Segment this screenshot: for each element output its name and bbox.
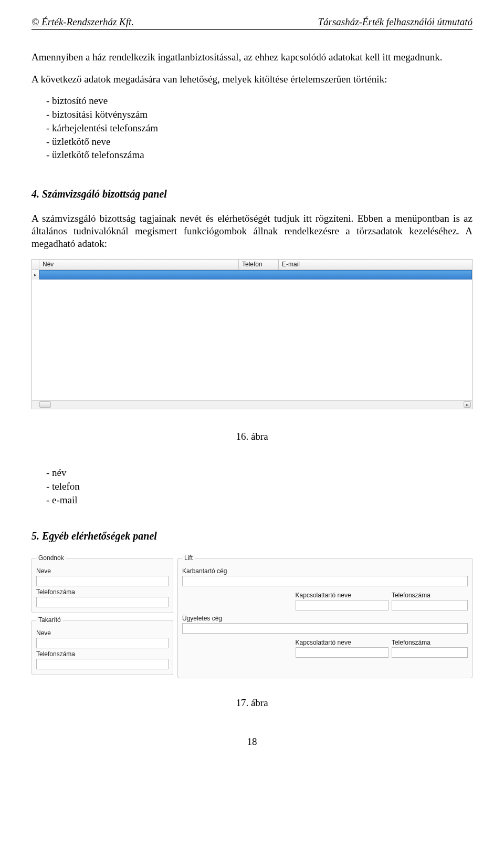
section-4-body: A számvizsgáló bizottság tagjainak nevét… bbox=[32, 212, 472, 250]
header-left: © Érték-Rendszerház Kft. bbox=[32, 16, 134, 28]
takarito-phone-input[interactable] bbox=[36, 659, 169, 669]
gondnok-name-input[interactable] bbox=[36, 576, 169, 586]
intro-paragraph-1: Amennyiben a ház rendelkezik ingatlanbiz… bbox=[32, 51, 472, 64]
lift-oncall-input[interactable] bbox=[182, 623, 468, 634]
row-indicator-icon: ▸ bbox=[32, 270, 39, 279]
committee-fields-list: név telefon e-mail bbox=[46, 467, 472, 506]
section-5-title: 5. Egyéb elérhetőségek panel bbox=[32, 530, 472, 543]
takarito-name-label: Neve bbox=[36, 629, 169, 637]
audit-committee-grid-screenshot: Név Telefon E-mail ▸ ▸ bbox=[32, 259, 472, 409]
gondnok-phone-input[interactable] bbox=[36, 597, 169, 607]
grid-column-header-name[interactable]: Név bbox=[39, 260, 239, 270]
gondnok-phone-label: Telefonszáma bbox=[36, 588, 169, 596]
takarito-phone-label: Telefonszáma bbox=[36, 650, 169, 658]
takarito-legend: Takarító bbox=[36, 616, 63, 624]
grid-empty-area bbox=[32, 279, 472, 400]
other-contacts-form-screenshot: Gondnok Neve Telefonszáma Takarító Neve … bbox=[32, 554, 472, 678]
lift-contact-input-1[interactable] bbox=[296, 600, 388, 610]
lift-contact-label-1: Kapcsolattartó neve bbox=[296, 592, 388, 599]
list-item: biztosítási kötvényszám bbox=[46, 108, 472, 121]
page-header: © Érték-Rendszerház Kft. Társasház-Érték… bbox=[32, 16, 472, 30]
lift-oncall-label: Ügyeletes cég bbox=[182, 615, 468, 623]
lift-maintainer-input[interactable] bbox=[182, 576, 468, 586]
grid-column-header-email[interactable]: E-mail bbox=[279, 260, 472, 270]
takarito-name-input[interactable] bbox=[36, 638, 169, 648]
figure-17-caption: 17. ábra bbox=[32, 697, 472, 709]
scrollbar-right-arrow-icon[interactable]: ▸ bbox=[464, 401, 471, 408]
page-number: 18 bbox=[32, 736, 472, 748]
gondnok-group: Gondnok Neve Telefonszáma bbox=[32, 554, 173, 613]
header-right: Társasház-Érték felhasználói útmutató bbox=[318, 16, 472, 28]
figure-16-caption: 16. ábra bbox=[32, 430, 472, 443]
grid-selected-cell[interactable] bbox=[39, 270, 472, 279]
lift-phone-label-1: Telefonszáma bbox=[392, 592, 468, 599]
lift-phone-input-2[interactable] bbox=[392, 647, 468, 658]
lift-group: Lift Karbantartó cég Kapcsolattartó neve… bbox=[177, 554, 472, 678]
insurance-fields-list: biztosító neve biztosítási kötvényszám k… bbox=[46, 95, 472, 161]
list-item: biztosító neve bbox=[46, 95, 472, 107]
grid-horizontal-scrollbar[interactable]: ▸ bbox=[32, 400, 472, 409]
gondnok-name-label: Neve bbox=[36, 567, 169, 575]
takarito-group: Takarító Neve Telefonszáma bbox=[32, 616, 173, 675]
lift-maintainer-label: Karbantartó cég bbox=[182, 567, 468, 575]
section-4-title: 4. Számvizsgáló bizottság panel bbox=[32, 188, 472, 201]
list-item: név bbox=[46, 467, 472, 479]
lift-contact-input-2[interactable] bbox=[296, 647, 388, 658]
list-item: telefon bbox=[46, 480, 472, 493]
lift-phone-label-2: Telefonszáma bbox=[392, 639, 468, 647]
lift-contact-label-2: Kapcsolattartó neve bbox=[296, 639, 388, 647]
scrollbar-thumb[interactable] bbox=[39, 401, 51, 408]
list-item: e-mail bbox=[46, 494, 472, 506]
grid-active-row[interactable]: ▸ bbox=[32, 270, 472, 279]
list-item: kárbejelentési telefonszám bbox=[46, 122, 472, 134]
list-item: üzletkötő neve bbox=[46, 136, 472, 148]
grid-column-header-phone[interactable]: Telefon bbox=[239, 260, 279, 270]
lift-phone-input-1[interactable] bbox=[392, 600, 468, 610]
gondnok-legend: Gondnok bbox=[36, 554, 66, 562]
lift-legend: Lift bbox=[182, 554, 195, 562]
intro-paragraph-2: A következő adatok megadására van lehető… bbox=[32, 73, 472, 86]
grid-header-row: Név Telefon E-mail bbox=[32, 260, 472, 270]
list-item: üzletkötő telefonszáma bbox=[46, 149, 472, 161]
grid-corner bbox=[32, 260, 39, 270]
